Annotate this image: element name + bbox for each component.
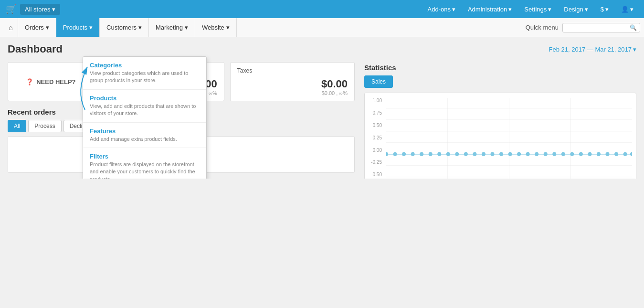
svg-point-36	[588, 152, 591, 156]
svg-point-40	[623, 152, 627, 156]
statistics-section: Statistics Sales 1.000.750.500.250.00-0.…	[364, 64, 636, 179]
svg-point-19	[437, 152, 441, 156]
svg-point-14	[393, 152, 397, 156]
secondary-nav-left: ⌂ Orders ▾ Products ▾ Customers ▾ Market…	[4, 18, 237, 37]
marketing-label: Marketing	[156, 24, 183, 31]
svg-point-22	[464, 152, 468, 156]
currency-label: $	[601, 6, 604, 13]
svg-point-38	[605, 152, 609, 156]
settings-arrow: ▾	[548, 6, 551, 13]
customers-nav[interactable]: Customers ▾	[100, 18, 149, 37]
addons-nav[interactable]: Add-ons ▾	[423, 3, 460, 16]
svg-point-23	[473, 152, 476, 156]
taxes-card-sub: $0.00 , ∞%	[237, 90, 348, 96]
marketing-arrow: ▾	[185, 24, 188, 31]
search-icon[interactable]: 🔍	[630, 24, 637, 31]
products-nav[interactable]: Products ▾	[56, 18, 100, 37]
user-icon: 👤	[621, 6, 629, 13]
store-selector-arrow: ▾	[52, 6, 55, 13]
help-icon: ❓	[26, 78, 33, 85]
orders-tab-process[interactable]: Process	[28, 120, 61, 132]
svg-point-34	[570, 152, 574, 156]
dropdown-item-categories[interactable]: CategoriesView product categories which …	[83, 57, 206, 90]
currency-arrow: ▾	[605, 6, 609, 13]
page-header: Dashboard Feb 21, 2017 — Mar 21, 2017 ▾	[8, 43, 636, 55]
user-nav[interactable]: 👤 ▾	[616, 3, 638, 16]
statistics-title: Statistics	[364, 64, 636, 72]
currency-nav[interactable]: $ ▾	[596, 3, 613, 16]
date-range-text: Feb 21, 2017 — Mar 21, 2017	[549, 46, 632, 53]
website-arrow: ▾	[226, 24, 230, 31]
y-axis-label: -0.50	[371, 172, 382, 177]
products-label: Products	[63, 24, 87, 31]
dropdown-item-products[interactable]: ProductsView, add and edit products that…	[83, 90, 206, 123]
stats-tab-sales[interactable]: Sales	[364, 75, 393, 88]
svg-point-13	[386, 152, 388, 156]
date-range-arrow: ▾	[633, 46, 636, 53]
need-help-card[interactable]: ❓ NEED HELP?	[8, 62, 94, 101]
y-axis-label: -0.25	[371, 159, 382, 165]
home-nav[interactable]: ⌂	[4, 18, 18, 37]
home-icon: ⌂	[9, 23, 13, 32]
orders-label: Orders	[25, 24, 44, 31]
cart-icon: 🛒	[6, 4, 16, 14]
administration-nav[interactable]: Administration ▾	[463, 3, 517, 16]
y-axis-label: 1.00	[373, 98, 382, 103]
dropdown-item-desc: Product filters are displayed on the sto…	[90, 161, 200, 179]
svg-point-31	[544, 152, 548, 156]
quick-menu-label: Quick menu	[526, 24, 559, 31]
svg-point-17	[420, 152, 423, 156]
taxes-card: Taxes $0.00 $0.00 , ∞%	[230, 62, 355, 101]
svg-point-16	[411, 152, 415, 156]
dropdown-item-desc: View, add and edit products that are sho…	[90, 103, 200, 117]
orders-nav[interactable]: Orders ▾	[18, 18, 56, 37]
dropdown-item-features[interactable]: FeaturesAdd and manage extra product fie…	[83, 123, 206, 148]
topbar-left: 🛒 All stores ▾	[6, 4, 60, 15]
svg-point-15	[402, 152, 406, 156]
website-nav[interactable]: Website ▾	[195, 18, 237, 37]
orders-tab-all[interactable]: All	[8, 120, 26, 132]
svg-point-21	[455, 152, 459, 156]
svg-point-35	[579, 152, 583, 156]
svg-point-24	[482, 152, 486, 156]
design-nav[interactable]: Design ▾	[559, 3, 592, 16]
products-dropdown: CategoriesView product categories which …	[83, 56, 207, 179]
need-help-label: NEED HELP?	[36, 78, 75, 85]
svg-point-32	[552, 152, 556, 156]
chart-svg	[386, 98, 632, 179]
topbar-right: Add-ons ▾ Administration ▾ Settings ▾ De…	[423, 3, 638, 16]
y-axis-label: 0.50	[373, 123, 382, 128]
dropdown-item-desc: Add and manage extra product fields.	[90, 136, 200, 143]
taxes-card-value: $0.00	[237, 78, 348, 90]
svg-point-28	[517, 152, 521, 156]
dropdown-item-filters[interactable]: FiltersProduct filters are displayed on …	[83, 148, 206, 179]
svg-point-18	[429, 152, 433, 156]
marketing-nav[interactable]: Marketing ▾	[149, 18, 195, 37]
design-arrow: ▾	[585, 6, 588, 13]
dropdown-item-title: Products	[90, 95, 200, 102]
y-axis-label: 0.25	[373, 135, 382, 140]
customers-arrow: ▾	[138, 24, 142, 31]
svg-point-20	[446, 152, 450, 156]
quick-menu-search[interactable]: 🔍	[562, 23, 640, 32]
store-selector-label: All stores	[25, 6, 50, 13]
svg-point-26	[499, 152, 503, 156]
store-selector[interactable]: All stores ▾	[20, 4, 60, 15]
customers-label: Customers	[106, 24, 137, 31]
design-label: Design	[564, 6, 583, 13]
svg-point-29	[526, 152, 530, 156]
date-range[interactable]: Feb 21, 2017 — Mar 21, 2017 ▾	[549, 46, 636, 53]
y-axis-label: 0.75	[373, 110, 382, 116]
settings-nav[interactable]: Settings ▾	[519, 3, 556, 16]
svg-point-33	[561, 152, 565, 156]
svg-point-39	[614, 152, 618, 156]
dropdown-item-title: Filters	[90, 153, 200, 160]
orders-arrow: ▾	[46, 24, 49, 31]
quick-menu-input[interactable]	[566, 24, 628, 31]
addons-label: Add-ons	[428, 6, 451, 13]
website-label: Website	[202, 24, 224, 31]
svg-point-30	[535, 152, 538, 156]
chart-container: 1.000.750.500.250.00-0.25-0.50-0.75-1.00	[364, 93, 636, 179]
svg-point-37	[597, 152, 601, 156]
y-axis-labels: 1.000.750.500.250.00-0.25-0.50-0.75-1.00	[365, 98, 384, 179]
